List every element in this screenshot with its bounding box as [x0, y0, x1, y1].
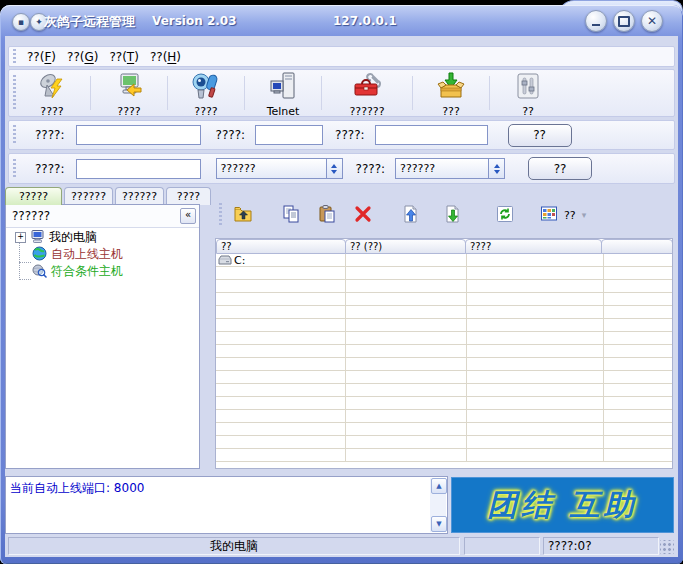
menu-help[interactable]: ??(H) — [150, 50, 181, 64]
spinner-icon[interactable] — [488, 159, 504, 178]
table-row[interactable] — [216, 306, 672, 319]
table-row[interactable] — [216, 267, 672, 280]
toolbar-button-build[interactable]: ??? — [415, 72, 487, 116]
toolbar-button-scan[interactable]: ???? — [16, 72, 88, 116]
range-input[interactable] — [76, 159, 201, 179]
table-row[interactable] — [216, 319, 672, 332]
column-header-size[interactable]: ?? (??) — [345, 239, 466, 254]
up-directory-button[interactable] — [230, 202, 256, 228]
arrow-up-icon: ▲ — [436, 482, 441, 490]
close-button[interactable]: ✕ — [641, 10, 663, 32]
folder-up-icon — [233, 204, 253, 227]
globe-icon — [32, 246, 47, 264]
table-row[interactable] — [216, 358, 672, 371]
download-icon — [443, 204, 463, 227]
row-grip[interactable] — [13, 125, 16, 145]
host-tree-panel: ?????? « + 我的电脑 自动上线主机 符合条件主机 — [5, 204, 200, 469]
slogan-text: 团结 互助 — [487, 485, 637, 526]
expand-icon[interactable]: + — [15, 232, 26, 243]
search-host-icon — [32, 263, 47, 281]
toolbar-button-capture[interactable]: ???? — [170, 72, 242, 116]
view-mode-button[interactable] — [536, 202, 562, 228]
thread-combo[interactable]: ?????? — [395, 158, 505, 179]
table-row[interactable] — [216, 293, 672, 306]
drive-label: C: — [234, 254, 245, 266]
status-spacer — [464, 537, 540, 555]
telnet-icon — [268, 71, 298, 104]
column-header-blank[interactable] — [601, 239, 673, 254]
table-row[interactable] — [216, 345, 672, 358]
switch-panel-icon — [513, 71, 543, 104]
window-title: 灰鸽子远程管理 — [44, 13, 135, 31]
copy-icon — [281, 204, 301, 227]
port-input[interactable] — [255, 125, 323, 145]
toolbar-button-switch[interactable]: ?? — [492, 72, 564, 116]
tree-item-my-computer[interactable]: + 我的电脑 — [15, 229, 97, 246]
toolbar-button-online[interactable]: ???? — [93, 72, 165, 116]
host-tree-title: ?????? — [12, 209, 50, 223]
toolbar-separator — [244, 76, 245, 110]
table-row[interactable] — [216, 280, 672, 293]
tab-command[interactable]: ?????? — [115, 187, 164, 205]
scroll-up-button[interactable]: ▲ — [431, 478, 447, 494]
tree-item-matched-hosts[interactable]: 符合条件主机 — [32, 263, 123, 280]
menu-tools[interactable]: ??(G) — [67, 50, 98, 64]
search-button[interactable]: ?? — [528, 157, 592, 180]
field2-label: ????: — [216, 128, 246, 142]
toolbar-button-telnet[interactable]: Telnet — [247, 72, 319, 116]
table-row[interactable] — [216, 436, 672, 449]
column-header-type[interactable]: ???? — [465, 239, 602, 254]
table-row[interactable] — [216, 332, 672, 345]
system-menu-button[interactable]: ▪ — [12, 13, 30, 31]
refresh-icon — [495, 204, 515, 227]
log-scrollbar[interactable]: ▲ ▼ — [430, 478, 446, 532]
tab-remote-control[interactable]: ?????? — [64, 187, 113, 205]
toolbar-separator — [90, 76, 91, 110]
field4-label: ????: — [35, 162, 65, 176]
status-online-count: ????:0? — [543, 537, 659, 555]
file-toolbar: ?? ▾ — [215, 197, 673, 233]
menubar-grip[interactable] — [13, 49, 16, 64]
resize-grip[interactable] — [660, 540, 674, 554]
tab-file-manager[interactable]: ????? — [5, 187, 62, 205]
toolbar-separator — [321, 76, 322, 110]
connect-button[interactable]: ?? — [508, 124, 572, 147]
scan-type-combo[interactable]: ?????? — [216, 158, 343, 179]
table-row[interactable] — [216, 410, 672, 423]
paste-button[interactable] — [314, 202, 340, 228]
menu-settings[interactable]: ??(T) — [109, 50, 138, 64]
search-row: ????: ?????? ????: ?????? ?? — [8, 153, 675, 184]
table-row[interactable] — [216, 397, 672, 410]
chevron-down-icon[interactable]: ▾ — [582, 210, 587, 220]
scroll-down-button[interactable]: ▼ — [431, 516, 447, 532]
menu-file[interactable]: ??(F) — [27, 50, 56, 64]
window-address: 127.0.0.1 — [333, 14, 397, 28]
maximize-icon — [618, 16, 630, 27]
minimize-button[interactable] — [585, 10, 607, 32]
file-row-c-drive[interactable]: C: — [216, 254, 672, 267]
spinner-icon[interactable] — [326, 159, 342, 178]
download-button[interactable] — [440, 202, 466, 228]
upload-button[interactable] — [398, 202, 424, 228]
copy-button[interactable] — [278, 202, 304, 228]
maximize-button[interactable] — [613, 10, 635, 32]
table-row[interactable] — [216, 423, 672, 436]
file-toolbar-grip[interactable] — [219, 203, 222, 227]
slogan-banner: 团结 互助 — [451, 477, 674, 533]
delete-button[interactable] — [350, 202, 376, 228]
toolbar-separator — [167, 76, 168, 110]
collapse-button[interactable]: « — [180, 208, 196, 224]
password-input[interactable] — [375, 125, 488, 145]
tab-misc[interactable]: ???? — [166, 187, 211, 205]
table-row[interactable] — [216, 371, 672, 384]
status-selected-node: 我的电脑 — [8, 537, 460, 555]
column-header-name[interactable]: ?? — [216, 239, 346, 254]
table-row[interactable] — [216, 384, 672, 397]
table-row[interactable] — [216, 449, 672, 462]
toolbar-separator — [412, 76, 413, 110]
row-grip[interactable] — [13, 159, 16, 179]
refresh-button[interactable] — [492, 202, 518, 228]
toolbar-button-settings[interactable]: ?????? — [324, 72, 410, 116]
host-input[interactable] — [76, 125, 201, 145]
tree-item-auto-online[interactable]: 自动上线主机 — [32, 246, 123, 263]
